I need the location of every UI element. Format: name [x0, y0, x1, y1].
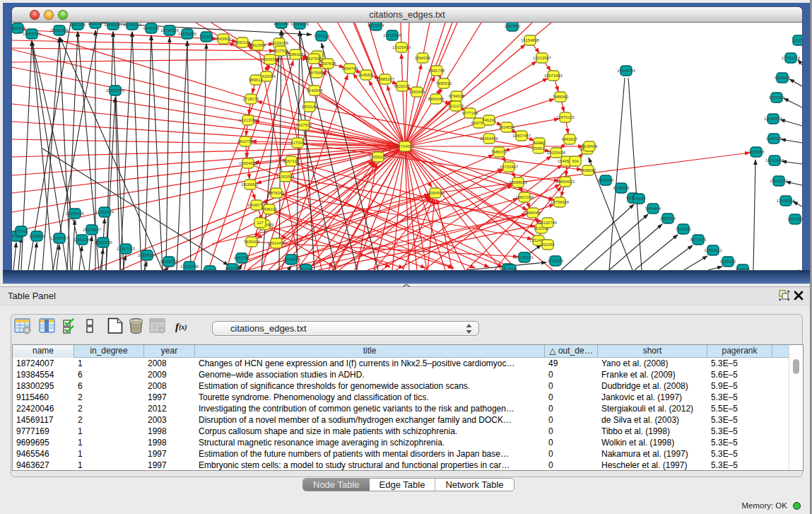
svg-text:9699695: 9699695 [580, 168, 596, 173]
svg-text:1852507: 1852507 [88, 23, 104, 25]
svg-text:2367608: 2367608 [320, 62, 336, 66]
svg-text:135061: 135061 [14, 229, 28, 233]
svg-text:124505: 124505 [203, 269, 216, 270]
svg-text:12975115: 12975115 [556, 115, 574, 119]
svg-text:9618409: 9618409 [582, 144, 598, 148]
svg-text:924565: 924565 [736, 267, 749, 270]
svg-text:989613: 989613 [249, 78, 262, 82]
svg-text:2935114: 2935114 [660, 216, 676, 221]
svg-text:7625402: 7625402 [244, 240, 260, 244]
svg-text:10654112: 10654112 [704, 248, 722, 252]
svg-text:12505135: 12505135 [94, 240, 112, 245]
svg-text:18807249: 18807249 [515, 195, 534, 199]
svg-text:10807487: 10807487 [512, 134, 531, 138]
svg-text:8660124: 8660124 [235, 40, 251, 45]
svg-text:3675685: 3675685 [309, 71, 325, 75]
svg-text:1364096: 1364096 [415, 56, 431, 60]
svg-text:17334: 17334 [505, 267, 517, 270]
svg-text:15276012: 15276012 [123, 23, 141, 27]
svg-text:1621072: 1621072 [448, 104, 464, 108]
svg-text:9684067: 9684067 [525, 211, 541, 215]
svg-text:20975867: 20975867 [83, 228, 101, 232]
svg-text:9527508: 9527508 [306, 57, 322, 61]
svg-text:7357224: 7357224 [314, 34, 330, 38]
svg-text:16120746: 16120746 [539, 221, 557, 225]
svg-text:15885207: 15885207 [376, 77, 394, 81]
svg-text:10973493: 10973493 [544, 74, 563, 78]
svg-text:16914479: 16914479 [267, 241, 286, 245]
svg-text:9474444: 9474444 [645, 206, 661, 211]
svg-text:1244415: 1244415 [766, 136, 782, 141]
svg-text:12923448: 12923448 [180, 264, 199, 269]
svg-text:11353594: 11353594 [276, 175, 295, 179]
svg-text:9227342: 9227342 [769, 95, 785, 100]
svg-text:8990448: 8990448 [428, 97, 445, 101]
svg-text:1640954: 1640954 [598, 178, 614, 182]
svg-text:9777169: 9777169 [462, 111, 478, 115]
svg-text:16210643: 16210643 [765, 158, 784, 163]
svg-text:8454749: 8454749 [342, 66, 358, 71]
svg-text:1603380: 1603380 [273, 23, 290, 25]
svg-text:1267255: 1267255 [70, 23, 86, 27]
svg-text:12213967: 12213967 [533, 56, 551, 60]
svg-text:16648784: 16648784 [617, 69, 636, 73]
svg-text:3215958: 3215958 [748, 150, 765, 154]
svg-text:1733426: 1733426 [548, 259, 564, 263]
svg-text:19654923: 19654923 [556, 180, 575, 184]
svg-text:16671385: 16671385 [178, 32, 196, 36]
svg-text:19384554: 19384554 [426, 191, 445, 195]
svg-text:15692971: 15692971 [770, 179, 788, 183]
svg-text:8427552: 8427552 [296, 123, 312, 127]
svg-text:2087682: 2087682 [505, 24, 521, 28]
svg-text:7986372: 7986372 [491, 150, 507, 154]
svg-text:17957223: 17957223 [117, 247, 135, 251]
svg-text:14136141: 14136141 [515, 255, 534, 259]
svg-text:7955812: 7955812 [436, 81, 452, 86]
svg-text:19756928: 19756928 [551, 200, 569, 204]
svg-text:19166827: 19166827 [241, 182, 259, 187]
svg-text:6794028: 6794028 [449, 94, 465, 98]
svg-text:10025438: 10025438 [547, 151, 565, 155]
svg-text:8813054: 8813054 [368, 23, 384, 28]
svg-text:19218506: 19218506 [383, 33, 401, 37]
svg-text:8471676: 8471676 [690, 238, 707, 242]
svg-text:6466160: 6466160 [143, 26, 160, 30]
svg-text:11451194: 11451194 [73, 238, 92, 242]
svg-text:16782759: 16782759 [160, 259, 178, 264]
svg-text:10958107: 10958107 [138, 253, 156, 257]
svg-text:20206536: 20206536 [66, 211, 84, 216]
svg-text:16055721: 16055721 [23, 32, 41, 36]
svg-text:17359924: 17359924 [95, 210, 114, 214]
svg-text:20364456: 20364456 [480, 136, 498, 141]
svg-text:12213389: 12213389 [239, 118, 257, 122]
svg-text:7632621: 7632621 [676, 227, 692, 231]
svg-text:12942737: 12942737 [50, 236, 69, 240]
svg-text:751552: 751552 [199, 35, 213, 39]
svg-text:9329966: 9329966 [775, 76, 791, 80]
svg-text:5498222: 5498222 [261, 207, 278, 211]
svg-text:20953346: 20953346 [106, 88, 124, 93]
svg-text:9457791: 9457791 [234, 256, 250, 260]
svg-text:8958928: 8958928 [613, 186, 630, 190]
svg-text:16033809: 16033809 [290, 23, 309, 26]
svg-text:13325419: 13325419 [392, 45, 411, 49]
svg-text:2803144: 2803144 [302, 105, 318, 109]
svg-text:10719155: 10719155 [160, 28, 179, 33]
svg-text:111253: 111253 [792, 38, 802, 42]
svg-text:16154808: 16154808 [521, 38, 539, 42]
svg-text:16543382: 16543382 [261, 57, 279, 62]
svg-text:13226058: 13226058 [270, 41, 288, 45]
svg-text:8912954: 8912954 [250, 43, 266, 47]
svg-text:9463627: 9463627 [562, 137, 578, 141]
svg-text:12093872: 12093872 [764, 117, 782, 121]
svg-text:15716485: 15716485 [282, 257, 300, 262]
svg-text:95462: 95462 [533, 146, 544, 151]
svg-text:9527506: 9527506 [273, 49, 289, 53]
svg-text:8267110: 8267110 [283, 159, 299, 163]
svg-text:1903394: 1903394 [12, 26, 26, 30]
svg-text:1810755: 1810755 [237, 139, 254, 144]
svg-text:8186328: 8186328 [288, 52, 304, 57]
svg-text:417004: 417004 [290, 141, 305, 145]
svg-text:127: 127 [257, 221, 264, 225]
svg-text:9146821: 9146821 [358, 73, 375, 77]
